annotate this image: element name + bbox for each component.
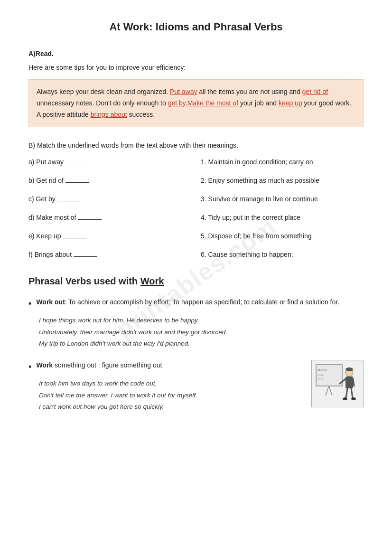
match-item-e: e) Keep up [28, 231, 191, 241]
highlight-get-rid-of: get rid of [302, 88, 328, 95]
blank-e [63, 238, 87, 238]
work-something-out-rest: figure something out [100, 361, 162, 369]
match-meaning-6: 6. Cause something to happen; [201, 250, 364, 260]
svg-point-13 [343, 397, 347, 400]
blank-c [57, 201, 81, 201]
highlight-text-5: your job and [238, 99, 279, 107]
svg-point-14 [351, 397, 356, 400]
section-a-intro: Here are some tips for you to improve yo… [28, 63, 364, 73]
svg-text:□□□ □□: □□□ □□ [317, 377, 324, 380]
phrasal-entry-work-something-out: ▪ Work something out : figure something … [28, 360, 364, 413]
highlight-make-most-of: Make the most of [187, 99, 238, 107]
phrasal-title-plain: Phrasal Verbs used with [28, 276, 140, 286]
highlight-get-by: get by [168, 99, 186, 107]
match-item-a: a) Put away [28, 157, 191, 167]
bullet-icon-1: ▪ [28, 297, 31, 310]
svg-line-4 [326, 386, 329, 395]
match-item-d: d) Make most of [28, 213, 191, 223]
svg-line-5 [329, 386, 332, 395]
phrasal-examples-work-out: I hope things work out for him. He deser… [39, 315, 364, 349]
match-meaning-4: 4. Tidy up; put in the correct place [201, 213, 364, 223]
highlight-text-2: all the items you are not using and [197, 88, 302, 95]
bullet-icon-2: ▪ [28, 360, 31, 373]
page-title: At Work: Idioms and Phrasal Verbs [28, 19, 364, 35]
phrasal-def-work-out: Work out: To achieve or accomplish by ef… [36, 297, 339, 307]
cartoon-image: 23+□=□□ □□ □□□ □□□ □□ [311, 360, 364, 407]
svg-line-10 [353, 379, 354, 386]
phrasal-section-title: Phrasal Verbs used with Work [28, 274, 364, 288]
highlight-text-3: unnecessary notes. Don't do only enough … [37, 99, 168, 107]
phrasal-bullet-row-2: ▪ Work something out : figure something … [28, 360, 302, 373]
phrasal-examples-work-something-out: It took him two days to work the code ou… [39, 378, 302, 413]
example-wso-3: I can't work out how you got here so qui… [39, 401, 302, 413]
highlighted-reading-box: Always keep your desk clean and organize… [28, 79, 364, 127]
match-item-b: b) Get rid of [28, 176, 191, 186]
phrasal-bullet-row-1: ▪ Work out: To achieve or accomplish by … [28, 297, 364, 310]
blank-f [74, 256, 97, 257]
match-meaning-2: 2. Enjoy something as much as possible [201, 176, 364, 186]
work-something-out-content: ▪ Work something out : figure something … [28, 360, 302, 413]
match-right-column: 1. Maintain in good condition; carry on … [191, 157, 364, 260]
section-b-label: B) Match the underlined words from the t… [28, 141, 364, 151]
phrasal-entry-work-out: ▪ Work out: To achieve or accomplish by … [28, 297, 364, 349]
work-out-def: : To achieve or accomplish by effort; To… [65, 298, 339, 306]
cartoon-svg: 23+□=□□ □□ □□□ □□□ □□ [314, 362, 361, 405]
highlight-text-7: success. [127, 111, 155, 118]
highlight-keep-up: keep up [279, 99, 302, 107]
svg-rect-8 [345, 376, 353, 388]
work-something-out-term-bold: Work [36, 361, 53, 369]
match-meaning-1: 1. Maintain in good condition; carry on [201, 157, 364, 167]
highlight-brings-about: brings about [91, 111, 127, 118]
example-wso-1: It took him two days to work the code ou… [39, 378, 302, 389]
svg-line-11 [346, 388, 347, 398]
match-meaning-3: 3. Survive or manage to live or continue [201, 194, 364, 204]
highlight-put-away: Put away [170, 88, 197, 95]
example-work-out-3: My trip to London didn't work out the wa… [39, 338, 364, 349]
highlight-text-1: Always keep your desk clean and organize… [37, 88, 170, 95]
work-something-out-middle: something out : [53, 361, 100, 369]
phrasal-title-underlined: Work [140, 276, 164, 286]
match-item-f: f) Brings about [28, 250, 191, 260]
phrasal-def-work-something-out: Work something out : figure something ou… [36, 360, 162, 370]
blank-d [78, 219, 102, 220]
match-item-c: c) Get by [28, 194, 191, 204]
svg-line-12 [351, 388, 353, 398]
work-something-out-row: ▪ Work something out : figure something … [28, 360, 364, 413]
work-out-term: Work out [36, 298, 65, 306]
match-meaning-5: 5. Dispose of; be free from something [201, 231, 364, 241]
example-work-out-2: Unfortunately, their marriage didn't wor… [39, 327, 364, 338]
blank-b [65, 182, 89, 183]
match-exercise: a) Put away b) Get rid of c) Get by d) M… [28, 157, 364, 260]
svg-point-7 [345, 367, 353, 371]
blank-a [65, 164, 89, 164]
example-wso-2: Don't tell me the answer. I want to work… [39, 390, 302, 401]
svg-text:□□ □□□: □□ □□□ [317, 374, 324, 376]
example-work-out-1: I hope things work out for him. He deser… [39, 315, 364, 326]
section-a-label: A)Read. [28, 49, 364, 59]
svg-text:23+□=□□: 23+□=□□ [317, 368, 327, 371]
match-left-column: a) Put away b) Get rid of c) Get by d) M… [28, 157, 191, 260]
